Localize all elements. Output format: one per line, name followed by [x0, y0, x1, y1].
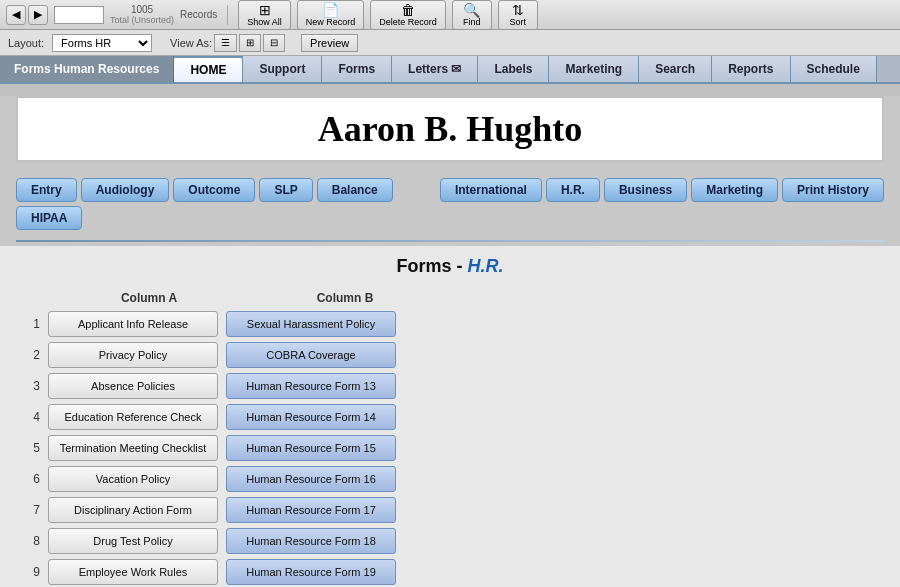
sep1 [227, 5, 228, 25]
form-row: 1Applicant Info ReleaseSexual Harassment… [20, 311, 880, 337]
form-btn-col-b[interactable]: Human Resource Form 14 [226, 404, 396, 430]
view-buttons: View As: ☰ ⊞ ⊟ [170, 34, 285, 52]
name-header: Aaron B. Hughto [16, 96, 884, 162]
form-row: 8Drug Test PolicyHuman Resource Form 18 [20, 528, 880, 554]
form-btn-col-b[interactable]: Human Resource Form 13 [226, 373, 396, 399]
subtab-slp[interactable]: SLP [259, 178, 312, 202]
delete-record-button[interactable]: 🗑 Delete Record [370, 0, 446, 30]
form-row: 6Vacation PolicyHuman Resource Form 16 [20, 466, 880, 492]
sort-button[interactable]: ⇅ Sort [498, 0, 538, 30]
subtab-outcome[interactable]: Outcome [173, 178, 255, 202]
tab-home[interactable]: HOME [174, 56, 243, 82]
form-btn-col-b[interactable]: Sexual Harassment Policy [226, 311, 396, 337]
show-all-button[interactable]: ⊞ Show All [238, 0, 291, 30]
subtab-marketing[interactable]: Marketing [691, 178, 778, 202]
subtab-international[interactable]: International [440, 178, 542, 202]
forms-title-em: H.R. [468, 256, 504, 276]
view-card-button[interactable]: ⊟ [263, 34, 285, 52]
delete-record-icon: 🗑 [401, 3, 415, 17]
subtab-hr[interactable]: H.R. [546, 178, 600, 202]
view-table-button[interactable]: ⊞ [239, 34, 261, 52]
num-spacer [50, 291, 58, 305]
forms-title-text: Forms - [396, 256, 467, 276]
form-row: 5Termination Meeting ChecklistHuman Reso… [20, 435, 880, 461]
find-button[interactable]: 🔍 Find [452, 0, 492, 30]
total-count: 1005 [131, 4, 153, 15]
row-number: 9 [20, 565, 40, 579]
subtab-entry[interactable]: Entry [16, 178, 77, 202]
tab-forms[interactable]: Forms [322, 56, 392, 82]
form-btn-col-b[interactable]: Human Resource Form 17 [226, 497, 396, 523]
row-number: 1 [20, 317, 40, 331]
person-name: Aaron B. Hughto [28, 108, 872, 150]
form-btn-col-b[interactable]: Human Resource Form 19 [226, 559, 396, 585]
form-row: 2Privacy PolicyCOBRA Coverage [20, 342, 880, 368]
form-btn-col-b[interactable]: Human Resource Form 18 [226, 528, 396, 554]
new-record-button[interactable]: 📄 New Record [297, 0, 365, 30]
col-b-header: Column B [256, 291, 434, 305]
preview-button[interactable]: Preview [301, 34, 358, 52]
tab-reports[interactable]: Reports [712, 56, 790, 82]
forms-section: Forms - H.R. Column A Column B 1Applican… [0, 246, 900, 587]
form-rows-container: 1Applicant Info ReleaseSexual Harassment… [20, 311, 880, 587]
form-btn-col-a[interactable]: Vacation Policy [48, 466, 218, 492]
form-btn-col-a[interactable]: Privacy Policy [48, 342, 218, 368]
show-all-label: Show All [247, 17, 282, 27]
nav-forward-button[interactable]: ▶ [28, 5, 48, 25]
subtab-audiology[interactable]: Audiology [81, 178, 170, 202]
form-btn-col-b[interactable]: Human Resource Form 15 [226, 435, 396, 461]
form-btn-col-a[interactable]: Drug Test Policy [48, 528, 218, 554]
form-btn-col-a[interactable]: Termination Meeting Checklist [48, 435, 218, 461]
row-number: 7 [20, 503, 40, 517]
nav-controls: ◀ ▶ [6, 5, 48, 25]
tab-bar: Forms Human Resources HOME Support Forms… [0, 56, 900, 84]
subtab-print-history[interactable]: Print History [782, 178, 884, 202]
form-btn-col-a[interactable]: Applicant Info Release [48, 311, 218, 337]
tab-bar-title: Forms Human Resources [0, 56, 174, 82]
tab-support[interactable]: Support [243, 56, 322, 82]
form-btn-col-a[interactable]: Disciplinary Action Form [48, 497, 218, 523]
form-btn-col-a[interactable]: Employee Work Rules [48, 559, 218, 585]
col-a-header: Column A [60, 291, 238, 305]
nav-back-button[interactable]: ◀ [6, 5, 26, 25]
spacer [397, 178, 436, 202]
main-content: Aaron B. Hughto Entry Audiology Outcome … [0, 96, 900, 587]
layout-select[interactable]: Forms HR [52, 34, 152, 52]
subtab-hipaa[interactable]: HIPAA [16, 206, 82, 230]
form-btn-col-b[interactable]: COBRA Coverage [226, 342, 396, 368]
find-icon: 🔍 [463, 3, 480, 17]
subtab-business[interactable]: Business [604, 178, 687, 202]
layout-bar: Layout: Forms HR View As: ☰ ⊞ ⊟ Preview [0, 30, 900, 56]
forms-title: Forms - H.R. [20, 256, 880, 277]
find-label: Find [463, 17, 481, 27]
tab-marketing[interactable]: Marketing [549, 56, 639, 82]
form-btn-col-a[interactable]: Education Reference Check [48, 404, 218, 430]
row-number: 3 [20, 379, 40, 393]
row-number: 4 [20, 410, 40, 424]
tab-search[interactable]: Search [639, 56, 712, 82]
sub-tabs: Entry Audiology Outcome SLP Balance Inte… [0, 172, 900, 236]
tab-schedule[interactable]: Schedule [791, 56, 877, 82]
form-row: 9Employee Work RulesHuman Resource Form … [20, 559, 880, 585]
row-number: 5 [20, 441, 40, 455]
subtab-balance[interactable]: Balance [317, 178, 393, 202]
sort-label: Sort [510, 17, 527, 27]
delete-record-label: Delete Record [379, 17, 437, 27]
new-record-icon: 📄 [322, 3, 339, 17]
form-row: 3Absence PoliciesHuman Resource Form 13 [20, 373, 880, 399]
view-list-button[interactable]: ☰ [214, 34, 237, 52]
form-btn-col-b[interactable]: Human Resource Form 16 [226, 466, 396, 492]
form-btn-col-a[interactable]: Absence Policies [48, 373, 218, 399]
total-label: Total (Unsorted) [110, 15, 174, 25]
row-number: 2 [20, 348, 40, 362]
tab-labels[interactable]: Labels [478, 56, 549, 82]
show-all-icon: ⊞ [259, 3, 271, 17]
new-record-label: New Record [306, 17, 356, 27]
tab-letters[interactable]: Letters ✉ [392, 56, 478, 82]
record-number-input[interactable]: 168 [54, 6, 104, 24]
column-headers: Column A Column B [50, 291, 880, 305]
records-label: Records [180, 9, 217, 20]
form-row: 7Disciplinary Action FormHuman Resource … [20, 497, 880, 523]
row-number: 8 [20, 534, 40, 548]
view-as-label: View As: [170, 37, 212, 49]
